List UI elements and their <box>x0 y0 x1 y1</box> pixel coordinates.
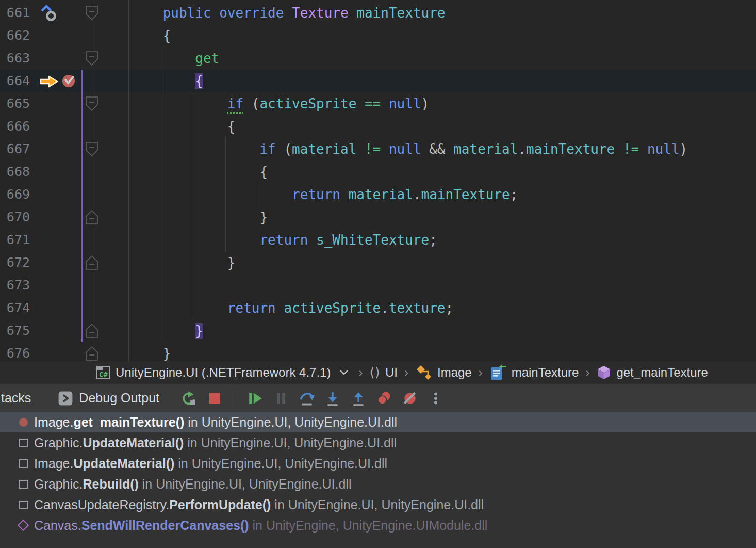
code-token: activeSprite <box>259 96 356 111</box>
code-line-text[interactable]: { <box>130 70 203 92</box>
code-line-661[interactable]: 661 public override Texture mainTexture <box>0 2 756 24</box>
code-line-text[interactable]: return material.mainTexture; <box>130 183 518 206</box>
code-line-text[interactable]: return activeSprite.texture; <box>130 297 453 319</box>
tab-debug-output[interactable]: Debug Output <box>58 391 159 406</box>
code-line-text[interactable]: { <box>130 24 171 47</box>
fold-marker-down-icon[interactable] <box>86 51 98 66</box>
fold-marker-down-icon[interactable] <box>86 96 98 111</box>
code-line-text[interactable]: } <box>130 251 236 274</box>
code-line-662[interactable]: 662 { <box>0 24 756 47</box>
code-line-673[interactable]: 673 <box>0 274 756 297</box>
code-line-675[interactable]: 675 } <box>0 319 756 342</box>
code-line-text[interactable]: public override Texture mainTexture <box>130 2 446 24</box>
line-number[interactable]: 674 <box>0 297 30 319</box>
line-number[interactable]: 675 <box>0 319 30 342</box>
line-number[interactable]: 670 <box>0 206 30 229</box>
code-token <box>639 141 647 157</box>
rerun-debug-button[interactable] <box>181 391 196 406</box>
resume-program-button[interactable] <box>248 391 263 406</box>
code-line-665[interactable]: 665 if (activeSprite == null) <box>0 92 756 115</box>
stack-frame-row[interactable]: CanvasUpdateRegistry.PerformUpdate() in … <box>0 494 756 515</box>
code-line-666[interactable]: 666 { <box>0 115 756 138</box>
line-number[interactable]: 661 <box>0 2 30 24</box>
code-token: . <box>413 187 421 202</box>
breadcrumb-item-get_maintexture[interactable]: get_mainTexture <box>596 365 708 380</box>
step-into-button[interactable] <box>325 391 340 406</box>
code-line-text[interactable]: { <box>130 115 236 138</box>
stack-frame-row[interactable]: Canvas.SendWillRenderCanvases() in Unity… <box>0 515 756 536</box>
code-token <box>381 141 389 157</box>
line-number[interactable]: 666 <box>0 115 30 138</box>
line-number[interactable]: 662 <box>0 24 30 47</box>
step-out-button[interactable] <box>351 391 366 406</box>
code-token: null <box>647 141 680 157</box>
code-line-text[interactable]: return s_WhiteTexture; <box>130 229 437 251</box>
more-options-button[interactable] <box>428 391 443 406</box>
step-over-button[interactable] <box>299 391 315 406</box>
breadcrumb-item-unityengine.ui[interactable]: C#UnityEngine.UI (.NETFramework 4.7.1) <box>95 365 352 380</box>
code-token <box>615 141 623 157</box>
code-line-671[interactable]: 671 return s_WhiteTexture; <box>0 229 756 251</box>
line-number[interactable]: 672 <box>0 251 30 274</box>
fold-marker-up-icon[interactable] <box>86 324 98 338</box>
code-line-text[interactable]: } <box>130 342 171 361</box>
line-number[interactable]: 669 <box>0 183 30 206</box>
code-line-text[interactable]: } <box>130 319 203 342</box>
toolbar-separator <box>235 390 235 407</box>
fold-marker-down-icon[interactable] <box>86 6 98 20</box>
fold-marker-up-icon[interactable] <box>86 346 98 361</box>
breadcrumb-item-ui[interactable]: ⟨⟩UI <box>369 365 398 380</box>
breakpoint-circle-icon <box>17 418 30 427</box>
code-line-text[interactable]: } <box>130 206 268 229</box>
code-line-676[interactable]: 676 } <box>0 342 756 361</box>
line-number[interactable]: 671 <box>0 229 30 251</box>
debug-output-icon <box>58 391 73 406</box>
code-editor[interactable]: 661 public override Texture mainTexture6… <box>0 0 756 361</box>
line-number[interactable]: 668 <box>0 160 30 183</box>
code-line-text[interactable]: get <box>130 47 219 70</box>
stack-frame-row[interactable]: Image.UpdateMaterial() in UnityEngine.UI… <box>0 453 756 474</box>
code-line-text[interactable]: { <box>130 160 268 183</box>
code-line-667[interactable]: 667 if (material != null && material.mai… <box>0 138 756 160</box>
code-token: mainTexture <box>356 5 445 21</box>
fold-marker-down-icon[interactable] <box>86 142 98 156</box>
line-number[interactable]: 676 <box>0 342 30 361</box>
code-line-text[interactable]: if (material != null && material.mainTex… <box>130 138 687 160</box>
stack-frame-row[interactable]: Image.get_mainTexture() in UnityEngine.U… <box>0 412 756 432</box>
code-line-672[interactable]: 672 } <box>0 251 756 274</box>
code-token: } <box>227 255 236 270</box>
code-token: == <box>365 96 381 111</box>
code-token: { <box>163 28 171 43</box>
line-number[interactable]: 673 <box>0 274 30 297</box>
code-line-674[interactable]: 674 return activeSprite.texture; <box>0 297 756 319</box>
code-line-663[interactable]: 663 get <box>0 47 756 70</box>
breadcrumb-label: UnityEngine.UI (.NETFramework 4.7.1) <box>116 365 331 380</box>
verified-breakpoint-icon[interactable] <box>61 73 77 88</box>
fold-marker-up-icon[interactable] <box>86 255 98 270</box>
code-line-669[interactable]: 669 return material.mainTexture; <box>0 183 756 206</box>
code-token: s_WhiteTexture <box>316 232 429 248</box>
line-number[interactable]: 667 <box>0 138 30 160</box>
breadcrumb-item-maintexture[interactable]: mainTexture <box>489 364 579 381</box>
mute-breakpoints-button[interactable] <box>402 391 418 406</box>
stop-button[interactable] <box>207 391 222 406</box>
frame-diamond-icon <box>17 521 30 529</box>
stacks-tab-label[interactable]: tacks <box>1 391 31 406</box>
overrides-member-icon[interactable] <box>39 4 58 22</box>
view-breakpoints-button[interactable] <box>376 391 392 406</box>
code-line-664[interactable]: 664 { <box>0 70 756 92</box>
frame-method-name: PerformUpdate() <box>169 497 271 512</box>
line-number[interactable]: 664 <box>0 70 30 92</box>
pause-program-button[interactable] <box>273 391 289 406</box>
code-line-670[interactable]: 670 } <box>0 206 756 229</box>
code-line-668[interactable]: 668 { <box>0 160 756 183</box>
code-line-text[interactable]: if (activeSprite == null) <box>130 92 429 115</box>
line-number[interactable]: 665 <box>0 92 30 115</box>
fold-marker-up-icon[interactable] <box>86 210 98 224</box>
frame-method-name: get_mainTexture() <box>73 415 184 429</box>
code-token: mainTexture <box>421 187 510 202</box>
breadcrumb-item-image[interactable]: Image <box>415 364 472 381</box>
line-number[interactable]: 663 <box>0 47 30 70</box>
stack-frame-row[interactable]: Graphic.Rebuild() in UnityEngine.UI, Uni… <box>0 474 756 494</box>
stack-frame-row[interactable]: Graphic.UpdateMaterial() in UnityEngine.… <box>0 432 756 453</box>
